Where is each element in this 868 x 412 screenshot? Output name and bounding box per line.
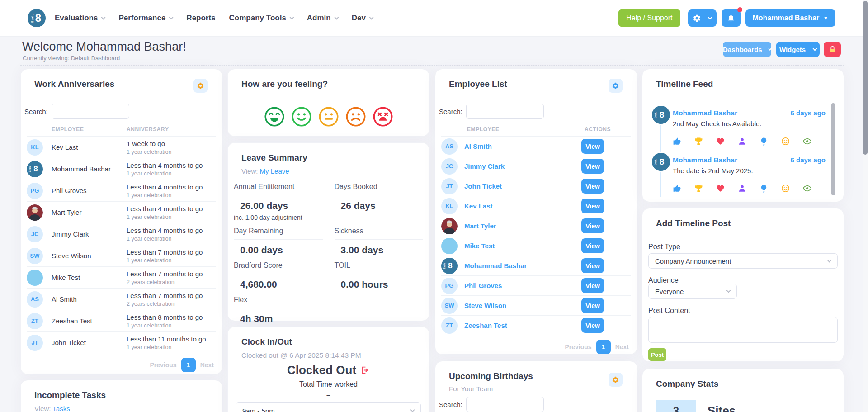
view-button[interactable]: View <box>581 278 604 293</box>
card-title: Upcoming Birthdays <box>449 371 533 381</box>
avatar-photo <box>441 218 458 234</box>
search-input[interactable] <box>466 104 544 119</box>
employee-link[interactable]: Kev Last <box>464 202 493 210</box>
card-title: Timeline Feed <box>656 79 713 89</box>
search-row: Search: <box>439 397 544 412</box>
menu-evaluations[interactable]: Evaluations <box>55 14 105 23</box>
evalu8-logo[interactable]: Evalu 8 <box>28 9 46 27</box>
employee-link[interactable]: Zeeshan Test <box>464 322 507 329</box>
menu-reports[interactable]: Reports <box>186 14 215 23</box>
post-type-select[interactable]: Company Announcement <box>648 253 838 269</box>
menu-company-tools[interactable]: Company Tools <box>229 14 293 23</box>
post-type-label: Post Type <box>648 243 680 251</box>
stat-sites: 3 Sites <box>656 400 736 412</box>
view-button[interactable]: View <box>581 199 604 213</box>
help-support-button[interactable]: Help / Support <box>618 9 680 27</box>
mood-sad-icon[interactable] <box>345 106 366 127</box>
avatar: SW <box>27 248 43 264</box>
lock-dashboard-button[interactable] <box>824 42 841 57</box>
view-button[interactable]: View <box>581 298 604 313</box>
smiley-icon[interactable] <box>781 137 790 146</box>
smiley-icon[interactable] <box>781 184 790 193</box>
widget-settings-button[interactable] <box>609 79 623 93</box>
settings-button[interactable] <box>688 9 717 27</box>
heart-icon[interactable] <box>716 184 725 193</box>
post-author-link[interactable]: Mohammad Bashar <box>673 109 737 117</box>
employee-link[interactable]: Jimmy Clark <box>464 162 505 170</box>
timeline-connector <box>660 172 661 197</box>
clock-status: Clocked Out <box>228 363 429 377</box>
employee-link[interactable]: Mohammad Bashar <box>464 262 527 270</box>
employee-link[interactable]: Phil Groves <box>464 282 502 289</box>
view-button[interactable]: View <box>581 159 604 174</box>
next-page-button[interactable]: Next <box>615 343 629 350</box>
eye-icon[interactable] <box>803 137 811 146</box>
lightbulb-icon[interactable] <box>760 184 768 193</box>
page-title: Welcome Mohammad Bashar! <box>22 40 186 54</box>
gear-icon <box>197 82 204 90</box>
search-input[interactable] <box>466 397 544 412</box>
heart-icon[interactable] <box>716 137 725 146</box>
page-1-button[interactable]: 1 <box>596 340 611 354</box>
employee-link[interactable]: John Ticket <box>464 182 502 190</box>
menu-dev[interactable]: Dev <box>352 14 373 23</box>
chevron-down-icon <box>726 288 731 293</box>
search-input[interactable] <box>52 104 129 119</box>
lightbulb-icon[interactable] <box>760 137 768 146</box>
widget-settings-button[interactable] <box>609 373 623 387</box>
page-1-button[interactable]: 1 <box>181 358 196 372</box>
employee-link[interactable]: Steve Wilson <box>464 302 506 309</box>
previous-page-button[interactable]: Previous <box>565 343 592 350</box>
notifications-button[interactable] <box>722 9 741 27</box>
post-button[interactable]: Post <box>648 348 666 361</box>
top-navbar: Evalu 8 Evaluations Performance Reports … <box>0 0 868 37</box>
previous-page-button[interactable]: Previous <box>150 361 177 369</box>
my-leave-link[interactable]: My Leave <box>260 167 289 175</box>
employee-link[interactable]: Mike Test <box>464 242 495 250</box>
post-content-textarea[interactable] <box>648 317 838 343</box>
post-author-link[interactable]: Mohammad Bashar <box>673 156 737 164</box>
add-timeline-post-card: Add Timeline Post Post Type Company Anno… <box>642 208 844 362</box>
widgets-button[interactable]: Widgets <box>776 42 820 57</box>
eye-icon[interactable] <box>803 184 811 193</box>
employee-link[interactable]: Mart Tyler <box>464 222 496 230</box>
view-button[interactable]: View <box>581 258 604 273</box>
widget-settings-button[interactable] <box>193 79 208 93</box>
trophy-icon[interactable] <box>694 184 703 193</box>
mood-very-happy-icon[interactable] <box>264 106 285 127</box>
mood-neutral-icon[interactable] <box>318 106 339 127</box>
audience-select[interactable]: Everyone <box>648 284 737 299</box>
mood-very-sad-icon[interactable] <box>373 106 393 127</box>
thumbs-up-icon[interactable] <box>673 137 681 146</box>
avatar: SW <box>441 298 458 314</box>
next-page-button[interactable]: Next <box>200 361 214 369</box>
leave-stats: Annual Entitlement 26.00 days inc. 1.00 … <box>234 183 423 330</box>
view-button[interactable]: View <box>581 179 604 194</box>
chevron-down-icon <box>289 15 294 19</box>
view-button[interactable]: View <box>581 139 604 154</box>
person-icon[interactable] <box>738 184 746 193</box>
stat-annual-entitlement: Annual Entitlement 26.00 days inc. 1.00 … <box>234 183 323 221</box>
page-scrollbar[interactable] <box>863 0 868 412</box>
trophy-icon[interactable] <box>694 137 703 146</box>
page-scrollbar-thumb[interactable] <box>863 1 868 155</box>
thumbs-up-icon[interactable] <box>673 184 681 193</box>
tasks-link[interactable]: Tasks <box>52 405 70 412</box>
gear-icon <box>612 82 619 90</box>
dashboards-button[interactable]: Dashboards <box>723 42 771 57</box>
shift-select[interactable]: 9am - 5pm <box>236 402 421 412</box>
chevron-down-icon <box>827 258 832 262</box>
employee-link[interactable]: Al Smith <box>464 142 492 150</box>
mood-happy-icon[interactable] <box>291 106 312 127</box>
view-button[interactable]: View <box>581 318 604 333</box>
table-row: JT John Ticket Less than 11 months to go… <box>27 331 216 353</box>
person-icon[interactable] <box>738 137 746 146</box>
menu-admin[interactable]: Admin <box>307 14 338 23</box>
view-button[interactable]: View <box>581 238 604 253</box>
chevron-down-icon <box>334 15 339 19</box>
menu-performance[interactable]: Performance <box>118 14 173 23</box>
view-button[interactable]: View <box>581 218 604 233</box>
user-menu-button[interactable]: Mohammad Bashar ▼ <box>745 9 835 27</box>
card-scrollbar-thumb[interactable] <box>831 103 835 195</box>
table-row: Mike Test Less than 7 months to go2 year… <box>27 266 216 288</box>
